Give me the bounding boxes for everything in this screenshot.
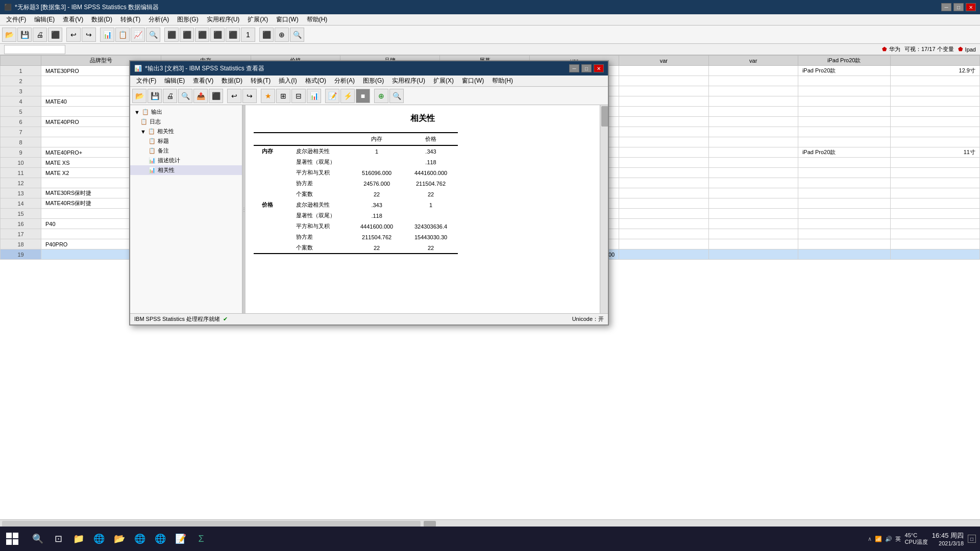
taskbar-wps[interactable]: 📝 (172, 530, 190, 548)
weight-cases-button[interactable]: ⬛ (210, 28, 225, 42)
out-search-btn[interactable]: 🔍 (389, 89, 404, 103)
taskbar-folder[interactable]: 📂 (110, 530, 129, 548)
maximize-button[interactable]: □ (953, 3, 964, 11)
menu-analyze[interactable]: 分析(A) (144, 14, 173, 25)
insert-variable-button[interactable]: ⬛ (180, 28, 194, 42)
menu-extensions[interactable]: 扩展(X) (243, 14, 272, 25)
out-grey-btn[interactable]: ■ (356, 89, 370, 103)
col-header-right2[interactable] (890, 56, 979, 66)
out-menu-extensions[interactable]: 扩展(X) (429, 76, 458, 86)
out-zoom-btn[interactable]: 🔍 (178, 89, 192, 103)
goto-data-button[interactable]: 📊 (100, 28, 114, 42)
menu-transform[interactable]: 转换(T) (116, 14, 144, 25)
tray-sound[interactable]: 🔊 (885, 536, 892, 542)
nav-descriptives-item[interactable]: 📊 描述统计 (130, 156, 242, 165)
out-add-btn[interactable]: ⊕ (374, 89, 388, 103)
menu-file[interactable]: 文件(F) (2, 14, 30, 25)
output-maximize-button[interactable]: □ (581, 64, 592, 72)
taskbar-file-explorer[interactable]: 📁 (69, 530, 88, 548)
out-script-btn[interactable]: 📝 (325, 89, 339, 103)
taskbar-search[interactable]: 🔍 (29, 530, 47, 548)
nav-correlation-expand[interactable]: ▼ 📋 相关性 (130, 127, 242, 136)
output-minimize-button[interactable]: ─ (569, 64, 579, 72)
out-menu-data[interactable]: 数据(D) (217, 76, 247, 86)
minimize-button[interactable]: ─ (941, 3, 951, 11)
clock-display[interactable]: 16:45 周四 2021/3/18 (932, 531, 964, 546)
out-menu-file[interactable]: 文件(F) (132, 76, 160, 86)
menu-graphs[interactable]: 图形(G) (173, 14, 202, 25)
nav-correlation-item-label: 相关性 (158, 166, 175, 174)
goto-variable-button[interactable]: 📋 (115, 28, 130, 42)
out-star-btn[interactable]: ★ (261, 89, 275, 103)
start-button[interactable] (0, 527, 24, 551)
out-menu-analyze[interactable]: 分析(A) (330, 76, 359, 86)
nav-correlation-item[interactable]: 📊 相关性 (130, 165, 242, 175)
out-redo-btn[interactable]: ↪ (242, 89, 257, 103)
out-export-btn[interactable]: 📤 (193, 89, 208, 103)
out-menu-view[interactable]: 查看(V) (189, 76, 217, 86)
menu-data[interactable]: 数据(D) (87, 14, 116, 25)
out-menu-window[interactable]: 窗口(W) (458, 76, 488, 86)
var-info-button[interactable]: 📈 (131, 28, 145, 42)
out-save-btn[interactable]: 💾 (148, 89, 162, 103)
taskbar-sigma[interactable]: Σ (192, 530, 210, 548)
out-menu-graphs[interactable]: 图形(G) (359, 76, 388, 86)
undo-button[interactable]: ↩ (66, 28, 81, 42)
find-button[interactable]: 🔍 (146, 28, 160, 42)
tray-arrow[interactable]: ∧ (868, 536, 872, 542)
redo-button[interactable]: ↪ (82, 28, 96, 42)
taskbar-ie[interactable]: 🌐 (151, 530, 169, 548)
save-button[interactable]: 💾 (17, 28, 32, 42)
open-button[interactable]: 📂 (2, 28, 16, 42)
tray-network[interactable]: 📶 (875, 536, 882, 542)
taskbar-task-view[interactable]: ⊡ (49, 530, 67, 548)
menu-help[interactable]: 帮助(H) (303, 14, 332, 25)
close-button[interactable]: ✕ (966, 3, 976, 11)
menu-view[interactable]: 查看(V) (59, 14, 87, 25)
out-menu-format[interactable]: 格式(O) (301, 76, 330, 86)
out-menu-utilities[interactable]: 实用程序(U) (388, 76, 429, 86)
recall-dialog-button[interactable]: ⬛ (48, 28, 62, 42)
col-header-var3[interactable]: var (708, 56, 798, 66)
print-button[interactable]: 🖨 (33, 28, 47, 42)
out-menu-help[interactable]: 帮助(H) (488, 76, 517, 86)
insert-cases-button[interactable]: ⬛ (164, 28, 179, 42)
show-all-var-button[interactable]: ⊕ (275, 28, 289, 42)
out-table2-btn[interactable]: ⊟ (291, 89, 306, 103)
tray-input-method[interactable]: 英 (895, 535, 901, 543)
nav-title-item[interactable]: 📋 标题 (130, 136, 242, 146)
menu-utilities[interactable]: 实用程序(U) (203, 14, 244, 25)
nav-root-expand[interactable]: ▼ 📋 输出 (130, 107, 242, 117)
out-chart-btn[interactable]: 📊 (307, 89, 321, 103)
search-button[interactable]: 🔍 (290, 28, 304, 42)
menu-edit[interactable]: 编辑(E) (30, 14, 59, 25)
taskbar-edge[interactable]: 🌐 (131, 530, 149, 548)
out-undo-btn[interactable]: ↩ (227, 89, 241, 103)
output-main-area[interactable]: 相关性 内存 价格 内存 皮尔逊相关性 1 . (246, 105, 600, 313)
taskbar-chrome[interactable]: 🌐 (90, 530, 108, 548)
variable-name-input[interactable] (4, 45, 65, 54)
out-table1-btn[interactable]: ⊞ (276, 89, 290, 103)
menu-window[interactable]: 窗口(W) (272, 14, 302, 25)
out-menu-transform[interactable]: 转换(T) (247, 76, 275, 86)
corr-mem-sig-mem (350, 157, 404, 167)
out-menu-edit[interactable]: 编辑(E) (160, 76, 189, 86)
output-close-button[interactable]: ✕ (594, 64, 604, 72)
tray-notification[interactable]: □ (968, 535, 976, 543)
out-view-btn[interactable]: ⬛ (209, 89, 223, 103)
output-scrollbar[interactable] (600, 105, 608, 313)
out-print-btn[interactable]: 🖨 (163, 89, 177, 103)
select-cases-button[interactable]: ⬛ (226, 28, 240, 42)
use-variable-sets-button[interactable]: ⬛ (259, 28, 274, 42)
out-open-btn[interactable]: 📂 (132, 89, 146, 103)
corr-sumsq-label-1: 平方和与叉积 (284, 167, 350, 178)
split-file-button[interactable]: ⬛ (195, 28, 209, 42)
col-header-right1[interactable]: iPad Pro20款 (798, 56, 890, 66)
nav-log-item[interactable]: 📋 日志 (130, 117, 242, 127)
value-labels-button[interactable]: 1 (241, 28, 255, 42)
nav-notes-item[interactable]: 📋 备注 (130, 146, 242, 156)
col-header-var2[interactable]: var (619, 56, 708, 66)
out-menu-insert[interactable]: 插入(I) (275, 76, 301, 86)
main-menubar: 文件(F) 编辑(E) 查看(V) 数据(D) 转换(T) 分析(A) 图形(G… (0, 14, 980, 26)
out-auto-btn[interactable]: ⚡ (340, 89, 355, 103)
